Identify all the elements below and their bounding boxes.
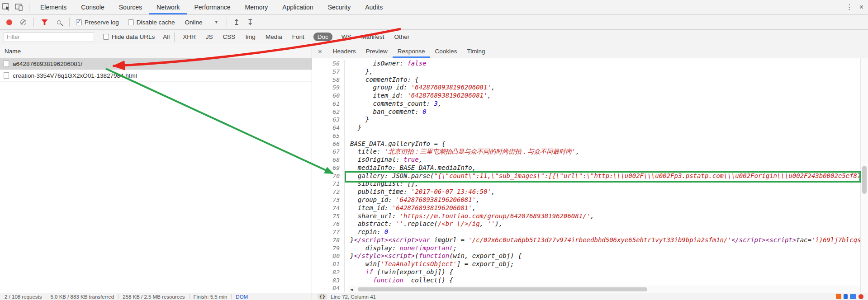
- status-bar: 2 / 108 requests5.0 KB / 883 KB transfer…: [0, 293, 868, 300]
- record-button[interactable]: [6, 19, 12, 25]
- request-name: creation-3354V76q1GX2xO01-13827984.html: [13, 72, 137, 79]
- code-line: 58 commentInfo: {: [312, 76, 860, 84]
- preserve-log-checkbox[interactable]: ✓: [76, 19, 82, 25]
- horizontal-scrollbar-thumb[interactable]: [358, 287, 647, 291]
- code-text: item_id: '6428768938196206081',: [345, 92, 860, 100]
- inspect-element-button[interactable]: [0, 1, 13, 13]
- hide-data-urls-checkbox[interactable]: ✓: [103, 34, 109, 40]
- type-filter-other[interactable]: Other: [393, 33, 410, 41]
- ime-keyboard-icon[interactable]: [850, 294, 856, 299]
- format-button[interactable]: {}: [318, 294, 327, 300]
- type-filter-img[interactable]: Img: [244, 33, 256, 41]
- disable-cache-checkbox[interactable]: ✓: [128, 19, 134, 25]
- tab-sources[interactable]: Sources: [112, 0, 149, 14]
- detail-tab-preview[interactable]: Preview: [361, 44, 393, 58]
- type-filter-manifest[interactable]: Manifest: [360, 33, 385, 41]
- document-icon: [4, 72, 9, 79]
- scroll-left-arrow-icon[interactable]: ◄: [348, 287, 355, 292]
- export-har-button[interactable]: ↧: [247, 18, 253, 27]
- clear-button[interactable]: [20, 19, 26, 25]
- code-line: 72 publish_time: '2017-06-07 13:46:50',: [312, 188, 860, 196]
- type-filters: XHRJSCSSImgMediaFontDocWSManifestOther: [182, 33, 410, 41]
- line-number: 67: [312, 148, 345, 156]
- code-text: abstract: ''.replace(/<br \/>/ig, ''),: [345, 220, 860, 228]
- vertical-scrollbar[interactable]: [860, 58, 868, 293]
- code-line: 60 item_id: '6428768938196206081',: [312, 92, 860, 100]
- code-line: 71 siblingList: [],: [312, 180, 860, 188]
- code-line: 68 isOriginal: true,: [312, 156, 860, 164]
- tab-console[interactable]: Console: [74, 0, 111, 14]
- code-line: 80}</style><script>(function(win, export…: [312, 252, 860, 260]
- code-line: 62 ban_comment: 0: [312, 108, 860, 116]
- tab-network[interactable]: Network: [149, 0, 187, 14]
- filter-input[interactable]: [4, 32, 94, 42]
- devtools-close-button[interactable]: ×: [859, 4, 863, 11]
- vertical-scrollbar-thumb[interactable]: [862, 166, 867, 194]
- devtools-more-button[interactable]: ⋮: [846, 4, 853, 11]
- tab-performance[interactable]: Performance: [187, 0, 237, 14]
- import-har-button[interactable]: ↥: [233, 18, 240, 27]
- code-line: 82 if (!win[export_obj]) {: [312, 268, 860, 277]
- detail-tab-cookies[interactable]: Cookies: [430, 44, 462, 58]
- tab-application[interactable]: Application: [275, 0, 321, 14]
- filter-funnel-button[interactable]: [41, 19, 48, 25]
- detail-tab-bar: × HeadersPreviewResponseCookiesTiming: [312, 44, 868, 58]
- search-button[interactable]: [57, 20, 61, 24]
- type-filter-font[interactable]: Font: [291, 33, 305, 41]
- toolbar-divider: [33, 18, 34, 27]
- detail-close-button[interactable]: ×: [312, 44, 328, 58]
- line-number: 83: [312, 277, 345, 285]
- tab-elements[interactable]: Elements: [33, 0, 74, 14]
- code-line: 57 },: [312, 68, 860, 76]
- code-text: item_id: '6428768938196206081',: [345, 204, 860, 212]
- line-number: 81: [312, 260, 345, 268]
- detail-tab-response[interactable]: Response: [393, 44, 430, 58]
- line-number: 76: [312, 220, 345, 228]
- detail-tab-timing[interactable]: Timing: [462, 44, 490, 58]
- type-filter-js[interactable]: JS: [205, 33, 214, 41]
- type-filter-css[interactable]: CSS: [222, 33, 237, 41]
- requests-name-header[interactable]: Name: [0, 44, 312, 58]
- ime-logo-icon[interactable]: [836, 294, 841, 299]
- line-number: 79: [312, 244, 345, 253]
- request-list: a6428768938196206081/creation-3354V76q1G…: [0, 58, 312, 82]
- device-toolbar-button[interactable]: [13, 1, 25, 13]
- code-line: 64 }: [312, 124, 860, 132]
- request-row[interactable]: a6428768938196206081/: [0, 58, 312, 70]
- type-filter-ws[interactable]: WS: [341, 33, 352, 41]
- network-toolbar: ✓ Preserve log ✓ Disable cache Online ▼ …: [0, 15, 868, 30]
- ime-mode-icon[interactable]: [844, 294, 848, 299]
- status-item: 5.0 KB / 883 KB transferred: [50, 294, 114, 300]
- status-separator: [189, 294, 190, 299]
- request-name: a6428768938196206081/: [13, 61, 82, 67]
- line-number: 71: [312, 180, 345, 188]
- type-filter-doc[interactable]: Doc: [313, 33, 332, 41]
- request-detail-panel: × HeadersPreviewResponseCookiesTiming 56…: [312, 44, 868, 293]
- tab-security[interactable]: Security: [321, 0, 358, 14]
- line-number: 61: [312, 100, 345, 108]
- status-dom-timing: DOM: [236, 294, 248, 300]
- code-line: 61 comments_count: 3,: [312, 100, 860, 108]
- status-separator: [118, 294, 119, 299]
- type-filter-xhr[interactable]: XHR: [182, 33, 197, 41]
- type-filter-media[interactable]: Media: [265, 33, 283, 41]
- line-number: 69: [312, 164, 345, 172]
- type-filter-all[interactable]: All: [162, 33, 171, 41]
- code-line: 63 }: [312, 116, 860, 124]
- line-number: 63: [312, 116, 345, 124]
- tab-memory[interactable]: Memory: [238, 0, 275, 14]
- request-row[interactable]: creation-3354V76q1GX2xO01-13827984.html: [0, 70, 312, 82]
- status-separator: [46, 294, 46, 299]
- detail-tab-headers[interactable]: Headers: [328, 44, 361, 58]
- code-text: gallery: JSON.parse("{\"count\":11,\"sub…: [345, 172, 860, 180]
- code-line: 59 group_id: '6428768938196206081',: [312, 84, 860, 92]
- code-line: 79 display: none!important;: [312, 244, 860, 253]
- line-number: 68: [312, 156, 345, 164]
- throttling-select[interactable]: Online ▼: [185, 19, 218, 26]
- code-line: 65: [312, 132, 860, 140]
- code-text: }: [345, 124, 860, 132]
- ime-badge-icon[interactable]: [859, 294, 863, 299]
- code-line: 74 item_id: '6428768938196206081',: [312, 204, 860, 212]
- horizontal-scrollbar[interactable]: ◄: [348, 286, 860, 293]
- tab-audits[interactable]: Audits: [358, 0, 390, 14]
